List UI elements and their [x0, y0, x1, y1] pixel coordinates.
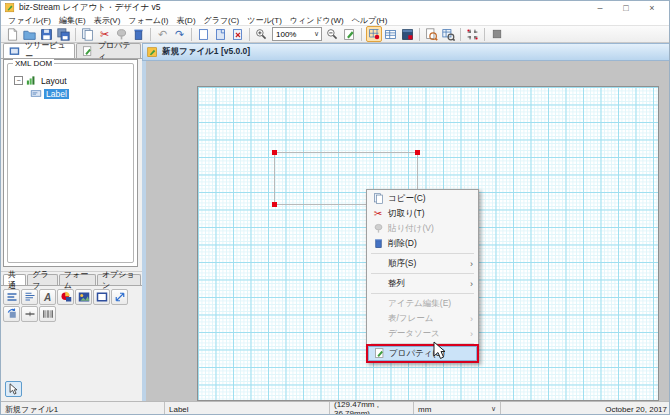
grid-settings-icon[interactable] [366, 26, 382, 42]
context-menu-item-edit[interactable]: アイテム編集(E) [368, 296, 477, 311]
scale-tool-icon[interactable] [111, 289, 128, 305]
palette-tab-options-label: オプション [102, 269, 136, 291]
palette-tab-common[interactable]: 共通 [3, 274, 26, 285]
zoom-input[interactable] [273, 28, 309, 40]
main-area: ツリービュー プロパティ XML DOM − Layout [1, 43, 670, 401]
edit-properties-icon[interactable] [342, 26, 358, 42]
tab-properties[interactable]: プロパティ [76, 43, 141, 58]
chevron-down-icon[interactable]: ∨ [491, 405, 496, 413]
toolbar-separator [361, 28, 362, 41]
maximize-button[interactable]: □ [613, 1, 639, 15]
selection-handle[interactable] [272, 150, 277, 155]
redo-icon[interactable]: ↷ [172, 26, 188, 42]
context-menu-copy[interactable]: コピー(C) [368, 191, 477, 206]
context-menu-properties[interactable]: プロパティ(O) [368, 346, 477, 361]
label-tool-icon[interactable] [3, 289, 20, 305]
menu-view[interactable]: 表示(V) [90, 15, 125, 26]
minimize-button[interactable]: – [587, 1, 613, 15]
chevron-down-icon[interactable]: ∨ [314, 30, 319, 38]
tree-node-layout[interactable]: − Layout [8, 74, 133, 87]
frame-tool-icon[interactable] [93, 289, 110, 305]
context-menu-table-frame[interactable]: 表/フレーム › [368, 311, 477, 326]
tree-node-label[interactable]: Label [8, 87, 133, 100]
menu-separator [371, 273, 474, 274]
zoom-in-icon[interactable] [254, 26, 270, 42]
palette-tab-form[interactable]: フォーム [59, 274, 96, 285]
toolbar-separator [484, 28, 485, 41]
context-menu-align-label: 整列 [388, 278, 405, 290]
menu-table[interactable]: 表(D) [172, 15, 199, 26]
status-coordinates: (129.47mm , 36.79mm) [330, 402, 414, 415]
context-menu-cut-label: 切取り(T) [388, 208, 425, 220]
menu-file[interactable]: ファイル(F) [4, 15, 55, 26]
left-panel: ツリービュー プロパティ XML DOM − Layout [1, 43, 142, 401]
multiline-label-tool-icon[interactable] [21, 289, 38, 305]
menu-separator [371, 343, 474, 344]
xml-dom-groupbox: XML DOM − Layout Label [7, 63, 134, 263]
paste-icon [368, 223, 388, 234]
selection-handle[interactable] [415, 150, 420, 155]
table-settings-icon[interactable] [383, 26, 399, 42]
tree-expander-icon[interactable]: − [14, 76, 23, 85]
menu-form[interactable]: フォーム(I) [124, 15, 172, 26]
document-icon [147, 47, 158, 58]
palette-tabs: 共通 グラフ フォーム オプション [1, 272, 142, 286]
toolbar-separator [191, 28, 192, 41]
crop-marks-icon[interactable] [465, 26, 481, 42]
page-copy-icon[interactable] [213, 26, 229, 42]
context-menu-paste[interactable]: 貼り付け(V) [368, 221, 477, 236]
document-area: 新規ファイル1 [v5.0.0] コピー(C) ✂ [142, 43, 670, 401]
menu-edit[interactable]: 編集(E) [55, 15, 90, 26]
tree-view-icon [9, 46, 20, 57]
undo-icon[interactable]: ↶ [155, 26, 171, 42]
zoom-combobox[interactable]: ∨ [272, 27, 322, 41]
context-menu-order[interactable]: 順序(S) › [368, 256, 477, 271]
palette-tab-options[interactable]: オプション [97, 274, 141, 285]
selection-handle[interactable] [272, 202, 277, 207]
context-menu-align[interactable]: 整列 › [368, 276, 477, 291]
menu-window[interactable]: ウィンドウ(W) [286, 15, 348, 26]
submenu-arrow-icon: › [470, 314, 473, 324]
select-cursor-button[interactable] [5, 381, 22, 397]
context-menu-delete[interactable]: 削除(D) [368, 236, 477, 251]
preview-icon[interactable] [424, 26, 440, 42]
menu-graph[interactable]: グラフ(C) [200, 15, 244, 26]
stop-icon[interactable] [489, 26, 505, 42]
context-menu: コピー(C) ✂ 切取り(T) 貼り付け(V) 削除(D) [366, 189, 479, 363]
tree-node-label-label[interactable]: Label [44, 89, 69, 99]
menu-tools[interactable]: ツール(T) [243, 15, 286, 26]
zoom-out-icon[interactable] [325, 26, 341, 42]
menu-separator [371, 293, 474, 294]
palette-tab-common-label: 共通 [8, 269, 21, 291]
barcode-tool-icon[interactable] [39, 306, 56, 322]
rotate-tool-icon[interactable] [3, 306, 20, 322]
graphic-tool-icon[interactable] [57, 289, 74, 305]
menu-help[interactable]: ヘルプ(H) [348, 15, 392, 26]
status-date: October 20, 2017 [501, 402, 670, 415]
image-tool-icon[interactable] [75, 289, 92, 305]
new-document-icon[interactable] [5, 26, 21, 42]
line-tool-icon[interactable] [21, 306, 38, 322]
context-menu-datasource-label: データソース [388, 328, 440, 340]
palette-tab-graph[interactable]: グラフ [27, 274, 57, 285]
left-panel-tabs: ツリービュー プロパティ [1, 43, 142, 59]
page-new-icon[interactable] [196, 26, 212, 42]
page-delete-icon[interactable] [230, 26, 246, 42]
document-title: 新規ファイル1 [v5.0.0] [162, 46, 250, 58]
tab-tree-view[interactable]: ツリービュー [3, 43, 75, 58]
text-art-tool-icon[interactable]: A [39, 289, 56, 305]
context-menu-cut[interactable]: ✂ 切取り(T) [368, 206, 477, 221]
toolbar-separator [460, 28, 461, 41]
context-menu-datasource[interactable]: データソース › [368, 326, 477, 341]
palette-tab-form-label: フォーム [64, 269, 91, 291]
tree-node-layout-label[interactable]: Layout [39, 76, 69, 86]
document-titlebar[interactable]: 新規ファイル1 [v5.0.0] [142, 43, 670, 61]
close-button[interactable]: × [639, 1, 665, 15]
status-unit-combobox[interactable]: mm ∨ [414, 402, 501, 415]
window-settings-icon[interactable] [400, 26, 416, 42]
copy-icon[interactable] [80, 26, 96, 42]
window-title: biz-Stream レイアウト・デザイナ v5 [19, 2, 161, 14]
data-preview-icon[interactable] [441, 26, 457, 42]
mouse-cursor-icon [433, 341, 446, 360]
design-workspace[interactable]: コピー(C) ✂ 切取り(T) 貼り付け(V) 削除(D) [142, 61, 670, 401]
